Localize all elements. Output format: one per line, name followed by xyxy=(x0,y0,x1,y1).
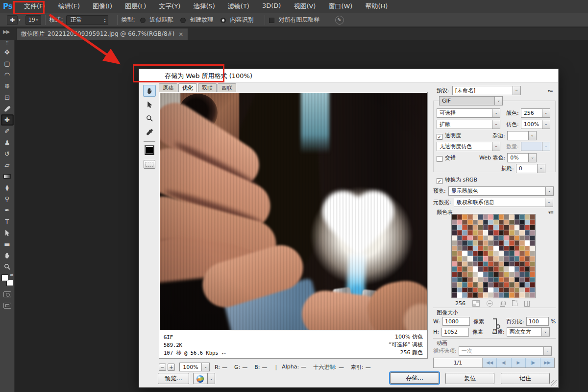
matte-dropdown[interactable]: ⌄ xyxy=(507,131,537,140)
color-swatch[interactable] xyxy=(483,261,489,267)
percent-input[interactable]: 100 xyxy=(526,317,549,326)
color-swatch[interactable] xyxy=(525,220,530,225)
color-swatch[interactable] xyxy=(493,230,499,235)
width-input[interactable]: 1080 xyxy=(442,317,470,326)
color-swatch[interactable] xyxy=(462,235,467,241)
link-icon[interactable] xyxy=(496,324,500,329)
color-swatch[interactable] xyxy=(530,240,535,246)
color-swatch[interactable] xyxy=(499,287,504,293)
color-swatch[interactable] xyxy=(457,240,463,246)
color-swatch[interactable] xyxy=(514,235,520,241)
color-swatch[interactable] xyxy=(499,282,504,287)
color-swatch[interactable] xyxy=(488,277,493,283)
color-swatch[interactable] xyxy=(467,230,473,235)
color-swatch[interactable] xyxy=(452,220,457,225)
quick-mask-button[interactable] xyxy=(1,288,14,300)
color-swatch[interactable] xyxy=(514,277,520,283)
color-swatch[interactable] xyxy=(509,225,514,230)
menu-item-5[interactable]: 选择(S) xyxy=(187,0,221,13)
color-swatch[interactable] xyxy=(457,214,463,220)
color-reduction-dropdown[interactable]: 可选择 ⌄ xyxy=(437,108,500,118)
color-swatch[interactable] xyxy=(483,282,489,287)
color-swatch[interactable] xyxy=(525,214,530,220)
color-swatch[interactable] xyxy=(473,220,478,225)
color-swatch[interactable] xyxy=(525,235,530,241)
zoom-tool[interactable] xyxy=(1,261,14,272)
color-swatch[interactable] xyxy=(519,220,525,225)
color-swatch[interactable] xyxy=(493,266,499,272)
color-swatch[interactable] xyxy=(473,246,478,251)
color-swatch[interactable] xyxy=(483,251,489,256)
zoom-in-button[interactable]: + xyxy=(168,364,175,371)
color-swatch[interactable] xyxy=(504,256,509,261)
color-swatch[interactable] xyxy=(509,230,514,235)
menu-item-3[interactable]: 图层(L) xyxy=(119,0,152,13)
color-swatch[interactable] xyxy=(473,251,478,256)
color-swatch[interactable] xyxy=(457,277,463,283)
color-swatch[interactable] xyxy=(478,292,483,298)
color-swatch[interactable] xyxy=(530,266,535,272)
color-swatch[interactable] xyxy=(462,282,467,287)
type-radio-2[interactable]: 内容识别 xyxy=(220,16,254,24)
color-swatch[interactable] xyxy=(462,261,467,267)
color-swatch[interactable] xyxy=(519,292,525,298)
delete-color-icon[interactable] xyxy=(524,301,530,307)
color-swatch[interactable] xyxy=(488,220,493,225)
preview-tab-四联[interactable]: 四联 xyxy=(218,83,236,92)
toggle-slices-visibility-button[interactable] xyxy=(144,160,155,169)
color-swatch[interactable] xyxy=(519,230,525,235)
websnap-dropdown[interactable]: 0% ⌄ xyxy=(507,153,537,162)
last-frame-button[interactable]: ▶▶ xyxy=(540,358,554,367)
color-swatch[interactable] xyxy=(509,292,514,298)
color-swatch[interactable] xyxy=(493,272,499,277)
color-swatch[interactable] xyxy=(509,214,514,220)
spot-healing-brush-tool[interactable]: ✚ xyxy=(1,114,14,126)
color-swatch[interactable] xyxy=(467,220,473,225)
color-swatch[interactable] xyxy=(504,287,509,293)
first-frame-button[interactable]: ◀◀ xyxy=(483,358,497,367)
color-swatch[interactable] xyxy=(504,214,509,220)
color-swatch[interactable] xyxy=(467,256,473,261)
color-swatch[interactable] xyxy=(483,220,489,225)
previous-frame-button[interactable]: ◀| xyxy=(497,358,511,367)
interlace-checkbox[interactable] xyxy=(437,156,442,162)
color-swatch[interactable] xyxy=(462,214,467,220)
preset-dropdown[interactable]: [未命名] ⌄ xyxy=(452,86,521,95)
color-swatch[interactable] xyxy=(483,214,489,220)
color-swatch[interactable] xyxy=(473,266,478,272)
color-swatch[interactable] xyxy=(530,246,535,251)
color-swatch[interactable] xyxy=(519,272,525,277)
type-radio-1[interactable]: 创建纹理 xyxy=(180,16,214,24)
preview-dropdown[interactable]: 显示器颜色 ⌄ xyxy=(448,186,554,196)
foreground-color-chip[interactable] xyxy=(1,274,8,281)
pen-pressure-icon[interactable]: ✎ xyxy=(335,16,344,25)
color-swatch[interactable] xyxy=(499,256,504,261)
format-dropdown[interactable]: GIF ⌄ xyxy=(439,96,503,105)
color-swatch[interactable] xyxy=(488,225,493,230)
color-swatch[interactable] xyxy=(483,272,489,277)
color-swatch[interactable] xyxy=(452,292,457,298)
color-swatch[interactable] xyxy=(519,251,525,256)
color-swatch[interactable] xyxy=(452,261,457,267)
color-swatch[interactable] xyxy=(462,277,467,283)
color-swatch[interactable] xyxy=(457,220,463,225)
next-frame-button[interactable]: |▶ xyxy=(526,358,540,367)
color-swatch[interactable] xyxy=(530,256,535,261)
color-swatch[interactable] xyxy=(478,272,483,277)
color-swatch[interactable] xyxy=(488,272,493,277)
color-swatch[interactable] xyxy=(478,261,483,267)
gradient-tool[interactable] xyxy=(1,171,14,182)
lasso-tool[interactable]: ◠ xyxy=(1,69,14,80)
eyedropper-color-swatch[interactable] xyxy=(145,145,154,155)
document-tab[interactable]: 微信图片_2022120509395912.jpg @ 66.7%(RGB/8#… xyxy=(16,28,188,40)
color-swatch[interactable] xyxy=(483,235,489,241)
color-swatch[interactable] xyxy=(462,272,467,277)
color-swatch[interactable] xyxy=(509,277,514,283)
color-swatch[interactable] xyxy=(504,240,509,246)
color-swatch[interactable] xyxy=(504,272,509,277)
color-swatch[interactable] xyxy=(488,292,493,298)
color-swatch[interactable] xyxy=(462,256,467,261)
transparency-checkbox[interactable]: ✓ xyxy=(437,134,442,140)
color-swatch[interactable] xyxy=(473,225,478,230)
color-swatch[interactable] xyxy=(483,287,489,293)
